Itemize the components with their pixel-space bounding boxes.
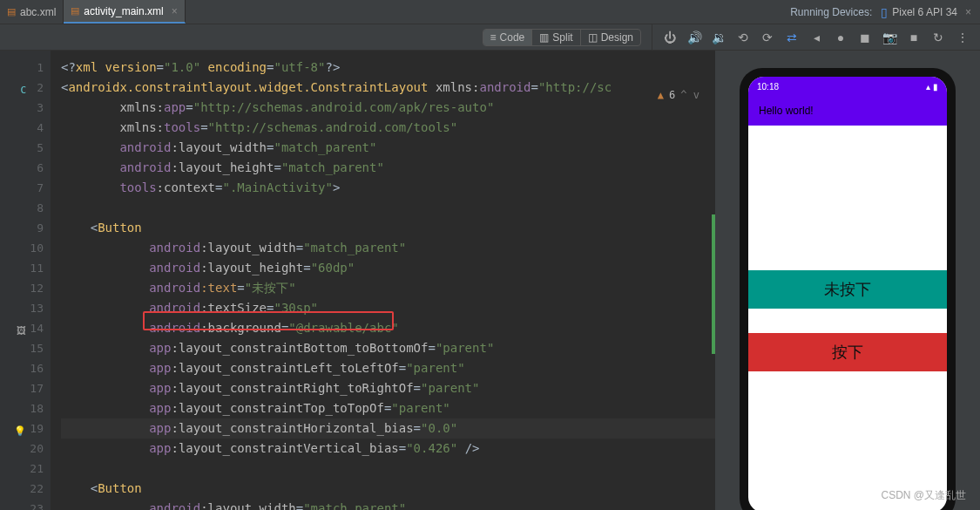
code-text[interactable]: <?xml version="1.0" encoding="utf-8"?> <… <box>51 51 715 510</box>
phone-icon: ▯ <box>881 5 888 19</box>
app-button-1[interactable]: 未按下 <box>748 270 947 309</box>
volume-up-icon[interactable]: 🔊 <box>687 31 701 44</box>
emulator-panel: 10:18 ▴ ▮ Hello world! 未按下 按下 <box>715 51 980 510</box>
phone-status-icons: ▴ ▮ <box>926 82 938 92</box>
app-title: Hello world! <box>759 105 814 117</box>
close-icon[interactable]: × <box>172 5 178 17</box>
device-chip[interactable]: ▯ Pixel 6 API 34 × <box>881 5 971 19</box>
file-tab-label: abc.xml <box>20 6 56 18</box>
view-mode-code[interactable]: ≡Code <box>483 30 533 45</box>
watermark: CSDN @又逢乱世 <box>881 488 966 503</box>
view-mode-design[interactable]: ◫Design <box>581 30 640 45</box>
xml-icon: ▤ <box>7 6 16 17</box>
volume-down-icon[interactable]: 🔉 <box>712 31 726 44</box>
more-icon[interactable]: ⋮ <box>956 31 970 44</box>
phone-clock: 10:18 <box>757 82 779 92</box>
view-mode-segment: ≡Code ▥Split ◫Design <box>483 29 641 46</box>
back-icon[interactable]: ◂ <box>809 31 823 44</box>
phone-status-bar: 10:18 ▴ ▮ <box>748 77 947 96</box>
reload-icon[interactable]: ↻ <box>931 31 945 44</box>
home-icon[interactable]: ● <box>834 31 848 44</box>
device-name: Pixel 6 API 34 <box>892 6 957 18</box>
view-mode-split[interactable]: ▥Split <box>532 30 580 45</box>
xml-icon: ▤ <box>71 5 79 17</box>
file-tabs: ▤ abc.xml ▤ activity_main.xml × <box>0 0 781 24</box>
app-title-bar: Hello world! <box>748 96 947 126</box>
link-icon[interactable]: ⇄ <box>785 31 799 44</box>
editor-tab-bar: ▤ abc.xml ▤ activity_main.xml × Running … <box>0 0 980 24</box>
file-tab-abc[interactable]: ▤ abc.xml <box>0 0 64 24</box>
rotate-right-icon[interactable]: ⟳ <box>760 31 774 44</box>
overview-icon[interactable]: ◼ <box>858 31 872 44</box>
view-mode-bar: ≡Code ▥Split ◫Design ⏻ 🔊 🔉 ⟲ ⟳ ⇄ ◂ ● ◼ 📷… <box>0 24 980 51</box>
close-icon[interactable]: × <box>965 6 971 18</box>
emulator-screen[interactable]: 10:18 ▴ ▮ Hello world! 未按下 按下 <box>748 77 947 510</box>
code-editor[interactable]: 1 2C 3 4 5 6 7 8 9 10 11 12 13 14🖼 15 16… <box>0 51 715 510</box>
record-icon[interactable]: ■ <box>907 31 921 44</box>
nav-arrows[interactable]: ^ v <box>680 85 700 105</box>
warning-count: 6 <box>669 85 675 105</box>
file-tab-label: activity_main.xml <box>84 5 163 17</box>
rotate-left-icon[interactable]: ⟲ <box>736 31 750 44</box>
screenshot-icon[interactable]: 📷 <box>882 31 896 44</box>
emulator-frame: 10:18 ▴ ▮ Hello world! 未按下 按下 <box>740 68 956 510</box>
running-devices-label: Running Devices: <box>790 6 872 18</box>
emulator-toolbar: ⏻ 🔊 🔉 ⟲ ⟳ ⇄ ◂ ● ◼ 📷 ■ ↻ ⋮ <box>652 24 980 50</box>
running-devices-panel: Running Devices: ▯ Pixel 6 API 34 × <box>781 0 980 24</box>
gutter: 1 2C 3 4 5 6 7 8 9 10 11 12 13 14🖼 15 16… <box>0 51 51 510</box>
warning-icon: ▲ <box>658 85 664 105</box>
file-tab-activity-main[interactable]: ▤ activity_main.xml × <box>64 0 185 24</box>
power-icon[interactable]: ⏻ <box>663 31 677 44</box>
app-button-2[interactable]: 按下 <box>748 333 947 371</box>
inspections-widget[interactable]: ▲ 6 ^ v <box>658 85 700 105</box>
